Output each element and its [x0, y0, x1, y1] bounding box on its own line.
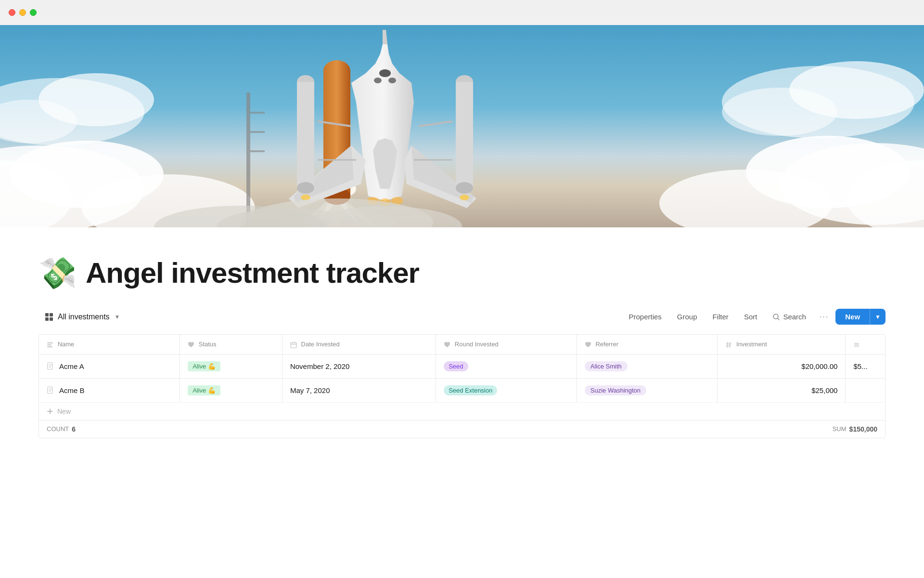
svg-point-25	[374, 78, 382, 83]
table-row[interactable]: Acme B Alive 💪 May 7, 2020 Seed Extensio…	[39, 378, 885, 402]
chevron-down-icon: ▼	[115, 314, 120, 320]
table-header-row: Name Status	[39, 335, 885, 354]
svg-point-6	[722, 88, 837, 136]
sort-label: Sort	[744, 313, 757, 321]
col-date-label: Date Invested	[301, 341, 340, 348]
svg-line-60	[730, 342, 730, 348]
heart-icon	[188, 342, 194, 348]
svg-rect-52	[47, 342, 53, 343]
referrer-badge-1: Suzie Washington	[585, 385, 646, 395]
more-options-button[interactable]: ···	[815, 310, 834, 324]
svg-rect-46	[45, 313, 49, 316]
svg-point-34	[460, 195, 469, 200]
document-icon	[47, 362, 54, 370]
lines-icon	[853, 342, 860, 348]
svg-line-51	[778, 318, 779, 320]
toolbar-left: All investments ▼	[38, 309, 126, 325]
filter-label: Filter	[713, 313, 729, 321]
close-button[interactable]	[9, 9, 15, 16]
svg-point-26	[388, 78, 396, 83]
titlebar	[0, 0, 924, 25]
cell-date-1: May 7, 2020	[282, 378, 436, 402]
cell-investment-0: $20,000.00	[718, 354, 846, 378]
col-name-label: Name	[58, 341, 75, 348]
svg-rect-54	[47, 346, 52, 347]
cell-date-0: November 2, 2020	[282, 354, 436, 378]
cell-extra-1	[846, 378, 885, 402]
svg-point-29	[297, 182, 314, 194]
col-header-name[interactable]: Name	[39, 335, 180, 354]
text-icon	[47, 342, 53, 348]
cell-referrer-0: Alice Smith	[577, 354, 718, 378]
maximize-button[interactable]	[30, 9, 37, 16]
add-row-label: New	[57, 407, 71, 415]
search-button[interactable]: Search	[766, 310, 813, 324]
group-button[interactable]: Group	[670, 310, 704, 324]
col-header-status[interactable]: Status	[180, 335, 282, 354]
view-selector[interactable]: All investments ▼	[38, 309, 126, 325]
svg-rect-18	[250, 150, 265, 152]
heart-icon-3	[585, 342, 591, 348]
new-button[interactable]: New	[835, 309, 870, 325]
add-row-button[interactable]: New	[39, 402, 885, 420]
footer-sum-area: SUM $150,000	[833, 425, 877, 433]
cell-status-1: Alive 💪	[180, 378, 282, 402]
cell-name-0: Acme A	[39, 354, 180, 378]
calendar-icon	[290, 342, 297, 348]
minimize-button[interactable]	[19, 9, 26, 16]
col-status-label: Status	[199, 341, 217, 348]
document-icon-2	[47, 386, 54, 394]
plus-icon	[47, 408, 53, 415]
col-header-investment[interactable]: Investment	[718, 335, 846, 354]
date-value-0: November 2, 2020	[290, 362, 349, 370]
svg-point-33	[456, 182, 473, 194]
col-header-referrer[interactable]: Referrer	[577, 335, 718, 354]
cell-round-1: Seed Extension	[436, 378, 577, 402]
page-title-area: 💸 Angel investment tracker	[38, 256, 886, 289]
count-value: 6	[72, 425, 76, 433]
page-emoji: 💸	[38, 258, 77, 289]
investments-table: Name Status	[38, 334, 886, 438]
page-content: 💸 Angel investment tracker All investmen…	[0, 227, 924, 458]
round-badge-1: Seed Extension	[444, 385, 497, 395]
svg-rect-49	[50, 317, 53, 321]
view-label: All investments	[58, 313, 110, 321]
page-title: Angel investment tracker	[86, 256, 419, 289]
footer-count-area: COUNT 6	[47, 425, 76, 433]
col-referrer-label: Referrer	[595, 341, 618, 348]
svg-rect-47	[50, 313, 53, 316]
row-name-1: Acme B	[59, 386, 85, 394]
cell-status-0: Alive 💪	[180, 354, 282, 378]
hero-image	[0, 25, 924, 227]
properties-button[interactable]: Properties	[622, 310, 668, 324]
svg-rect-28	[297, 82, 314, 188]
col-header-extra[interactable]	[846, 335, 885, 354]
svg-rect-55	[291, 342, 296, 348]
svg-rect-16	[250, 112, 265, 114]
col-round-label: Round Invested	[455, 341, 499, 348]
sum-label: SUM	[833, 425, 847, 433]
properties-label: Properties	[629, 313, 661, 321]
heart-icon-2	[444, 342, 450, 348]
cell-referrer-1: Suzie Washington	[577, 378, 718, 402]
cell-name-1: Acme B	[39, 378, 180, 402]
count-label: COUNT	[47, 425, 69, 433]
new-dropdown-button[interactable]: ▼	[870, 309, 886, 325]
group-label: Group	[677, 313, 697, 321]
svg-rect-48	[45, 317, 49, 321]
col-header-date[interactable]: Date Invested	[282, 335, 436, 354]
col-header-round[interactable]: Round Invested	[436, 335, 577, 354]
search-label: Search	[783, 313, 806, 321]
sort-button[interactable]: Sort	[737, 310, 764, 324]
svg-rect-17	[250, 131, 265, 133]
extra-value-0: $5...	[853, 362, 867, 370]
cell-investment-1: $25,000	[718, 378, 846, 402]
date-value-1: May 7, 2020	[290, 386, 330, 394]
grid-icon	[44, 312, 54, 322]
table-row[interactable]: Acme A Alive 💪 November 2, 2020 Seed Ali…	[39, 354, 885, 378]
svg-rect-32	[456, 82, 473, 188]
col-investment-label: Investment	[736, 341, 767, 348]
filter-button[interactable]: Filter	[706, 310, 735, 324]
new-button-group: New ▼	[835, 309, 886, 325]
referrer-badge-0: Alice Smith	[585, 361, 628, 371]
